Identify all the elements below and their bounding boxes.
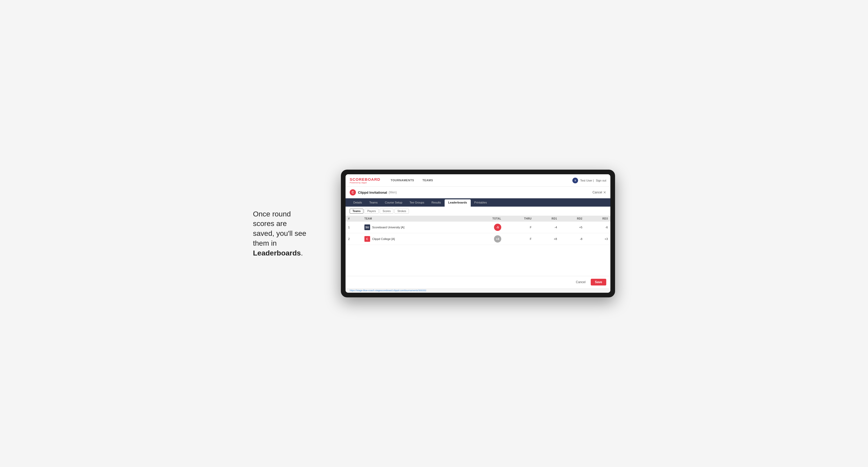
score-badge-1: -5 [494,224,501,231]
team-1: SU Scoreboard University [A] [362,222,470,233]
filter-bar: Teams Players Scores Strokes [345,207,610,216]
logo-rest: COREBOARD [352,177,380,182]
rd2-1: +5 [560,222,585,233]
close-icon: ✕ [603,190,606,194]
tournament-type: (Men) [389,191,397,194]
col-total: TOTAL [470,216,503,222]
nav-links: TOURNAMENTS TEAMS [386,174,572,187]
nav-right: S Test User | Sign out [572,178,606,183]
cancel-button-top[interactable]: Cancel ✕ [593,190,606,194]
filter-strokes[interactable]: Strokes [395,209,409,214]
user-avatar: S [572,178,578,183]
team-name-2: Clippd College [A] [372,238,395,241]
rd2-2: -8 [560,233,585,245]
tab-printables[interactable]: Printables [471,198,491,207]
tab-course-setup[interactable]: Course Setup [381,198,406,207]
tournament-header: C Clippd Invitational (Men) Cancel ✕ [345,187,610,198]
rank-1: 1 [345,222,362,233]
logo-s: S [350,177,352,182]
sub-tabs-bar: Details Teams Course Setup Tee Groups Re… [345,198,610,207]
thru-2: F [504,233,534,245]
tab-results[interactable]: Results [428,198,444,207]
tab-details[interactable]: Details [350,198,366,207]
col-rd1: RD1 [534,216,559,222]
team-2: C Clippd College [A] [362,233,470,245]
save-button[interactable]: Save [591,279,606,285]
filter-players[interactable]: Players [365,209,379,214]
team-logo-1: SU [365,224,370,230]
rd3-2: +3 [585,233,610,245]
logo: SCOREBOARD [350,177,380,182]
cancel-button-footer[interactable]: Cancel [573,279,589,285]
tournament-name: Clippd Invitational [358,191,387,194]
tournament-icon: C [350,189,356,195]
user-name: Test User | [580,179,594,182]
col-rank: # [345,216,362,222]
table-row: 2 C Clippd College [A] +3 F [345,233,610,245]
total-1: -5 [470,222,503,233]
sign-out-link[interactable]: Sign out [596,179,606,182]
thru-1: F [504,222,534,233]
rd1-1: -4 [534,222,559,233]
nav-teams[interactable]: TEAMS [418,174,437,187]
top-navigation: SCOREBOARD Powered by clippd TOURNAMENTS… [345,174,610,187]
leaderboard-table: # TEAM TOTAL THRU RD1 RD2 RD3 1 [345,216,610,245]
col-thru: THRU [504,216,534,222]
col-rd2: RD2 [560,216,585,222]
tab-teams[interactable]: Teams [366,198,381,207]
col-team: TEAM [362,216,470,222]
filter-teams[interactable]: Teams [350,209,363,214]
filter-scores[interactable]: Scores [380,209,393,214]
nav-tournaments[interactable]: TOURNAMENTS [386,174,418,187]
tab-leaderboards[interactable]: Leaderboards [444,199,471,207]
col-rd3: RD3 [585,216,610,222]
table-row: 1 SU Scoreboard University [A] -5 [345,222,610,233]
total-2: +3 [470,233,503,245]
url-bar: https://stage-blue-coach.stagescoreboard… [345,288,610,293]
logo-subtitle: Powered by clippd [350,182,380,184]
team-name-1: Scoreboard University [A] [372,226,404,229]
tab-tee-groups[interactable]: Tee Groups [406,198,428,207]
modal-footer: Cancel Save [345,276,610,288]
rd3-1: -6 [585,222,610,233]
logo-area: SCOREBOARD Powered by clippd [350,177,380,184]
rank-2: 2 [345,233,362,245]
empty-content-area [345,245,610,276]
tablet-screen: SCOREBOARD Powered by clippd TOURNAMENTS… [345,174,610,293]
instruction-text: Once round scores are saved, you'll see … [253,209,326,258]
rd1-2: +8 [534,233,559,245]
score-badge-2: +3 [494,235,501,243]
team-logo-2: C [365,236,370,242]
tablet-device: SCOREBOARD Powered by clippd TOURNAMENTS… [341,169,615,298]
